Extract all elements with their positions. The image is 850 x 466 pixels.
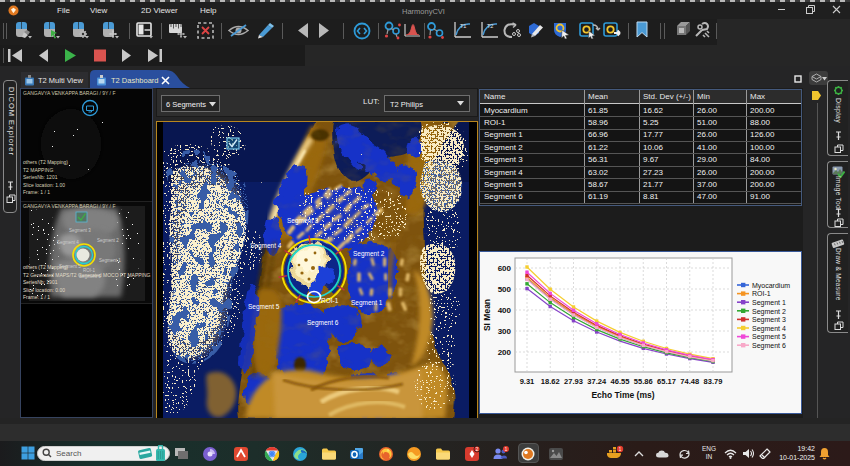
- svg-text:Echo Time (ms): Echo Time (ms): [591, 390, 654, 400]
- svg-text:Segment 5: Segment 5: [248, 303, 280, 311]
- svg-text:37.24: 37.24: [587, 377, 607, 386]
- svg-text:ROI-1: ROI-1: [752, 290, 771, 297]
- svg-text:9.31: 9.31: [520, 377, 535, 386]
- svg-text:T2: T2: [487, 23, 493, 29]
- svg-text:ROI-1: ROI-1: [321, 297, 339, 304]
- svg-text:500: 500: [498, 285, 512, 294]
- svg-text:74.48: 74.48: [680, 377, 699, 386]
- svg-text:400: 400: [498, 306, 512, 315]
- svg-text:Segment 1: Segment 1: [752, 299, 786, 307]
- svg-text:Myocardium: Myocardium: [752, 282, 790, 290]
- svg-text:Segment 3: Segment 3: [752, 316, 786, 324]
- svg-text:Segment 4: Segment 4: [752, 325, 786, 333]
- svg-text:300: 300: [498, 327, 512, 336]
- svg-text:46.55: 46.55: [611, 377, 630, 386]
- svg-text:600: 600: [498, 264, 512, 273]
- svg-text:Segment 6: Segment 6: [307, 319, 339, 327]
- svg-text:T1: T1: [460, 23, 466, 29]
- svg-text:55.86: 55.86: [634, 377, 653, 386]
- svg-text:27.93: 27.93: [564, 377, 583, 386]
- svg-text:Segment 3: Segment 3: [287, 217, 319, 225]
- svg-text:Segment 1: Segment 1: [351, 299, 383, 307]
- svg-text:Segment 2: Segment 2: [752, 308, 786, 316]
- svg-text:Segment 5: Segment 5: [752, 333, 786, 341]
- svg-text:Segment 4: Segment 4: [250, 242, 282, 250]
- svg-text:200: 200: [498, 348, 512, 357]
- svg-text:83.79: 83.79: [704, 377, 723, 386]
- svg-text:18.62: 18.62: [541, 377, 560, 386]
- svg-text:SI Mean: SI Mean: [482, 299, 492, 331]
- svg-text:65.17: 65.17: [657, 377, 676, 386]
- svg-text:Segment 6: Segment 6: [752, 342, 786, 350]
- svg-text:Segment 2: Segment 2: [353, 250, 385, 258]
